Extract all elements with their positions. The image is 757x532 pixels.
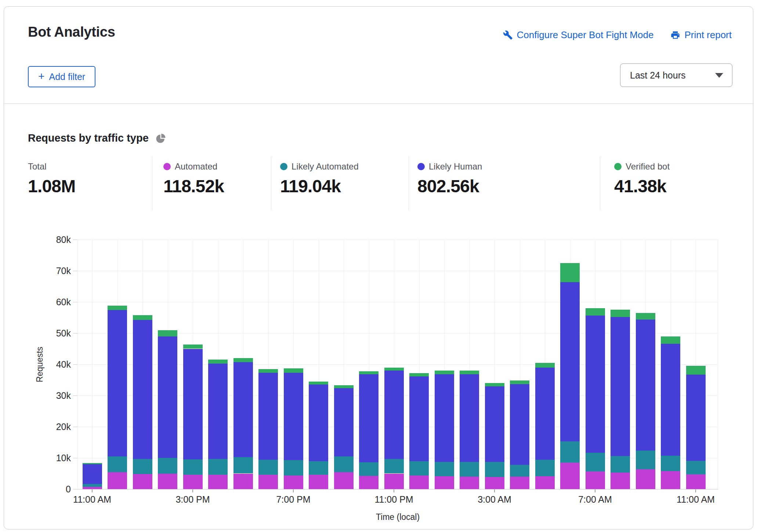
bar-segment-likely-automated bbox=[359, 462, 378, 476]
bar-segment-automated bbox=[586, 471, 605, 489]
x-tick bbox=[293, 489, 294, 492]
bar-segment-verified-bot bbox=[661, 336, 680, 344]
print-link-label: Print report bbox=[684, 29, 732, 41]
bar-segment-likely-human bbox=[460, 374, 479, 462]
bar-segment-automated bbox=[611, 473, 630, 489]
bar-segment-verified-bot bbox=[233, 358, 253, 362]
bar-segment-verified-bot bbox=[485, 383, 504, 386]
gridline-horizontal bbox=[77, 489, 718, 489]
bar-segment-verified-bot bbox=[359, 371, 378, 375]
stat-label: Likely Human bbox=[429, 161, 482, 172]
x-tick-label: 11:00 PM bbox=[374, 494, 413, 505]
stats-separator bbox=[409, 156, 409, 210]
time-range-dropdown[interactable]: Last 24 hours bbox=[620, 63, 732, 87]
bar-segment-likely-human bbox=[636, 320, 655, 451]
bar-segment-likely-automated bbox=[183, 459, 203, 475]
bar-segment-likely-human bbox=[334, 388, 354, 456]
bar-segment-automated bbox=[686, 474, 706, 489]
y-tick-label: 80k bbox=[4, 234, 71, 245]
bar-segment-likely-automated bbox=[83, 484, 102, 487]
header-links: Configure Super Bot Fight Mode Print rep… bbox=[503, 29, 732, 41]
add-filter-label: Add filter bbox=[49, 72, 86, 82]
bar-segment-likely-automated bbox=[485, 462, 504, 477]
bar-segment-likely-automated bbox=[686, 461, 706, 474]
bar-segment-likely-human bbox=[409, 376, 429, 461]
stat-verified-bot: Verified bot 41.38k bbox=[614, 156, 670, 196]
header-divider bbox=[4, 103, 753, 104]
bar-segment-automated bbox=[258, 475, 278, 489]
add-filter-button[interactable]: + Add filter bbox=[28, 66, 95, 87]
print-report-link[interactable]: Print report bbox=[670, 29, 732, 41]
y-tick-label: 10k bbox=[4, 453, 71, 463]
pie-chart-icon bbox=[155, 133, 166, 144]
y-tick bbox=[73, 396, 77, 396]
x-tick bbox=[494, 489, 495, 492]
y-tick bbox=[73, 489, 77, 489]
x-tick bbox=[192, 489, 193, 492]
bar-segment-automated bbox=[133, 474, 152, 489]
bar-segment-likely-human bbox=[359, 374, 378, 462]
bar-segment-automated bbox=[535, 476, 555, 489]
bar-segment-likely-human bbox=[485, 386, 504, 462]
configure-super-bot-fight-mode-link[interactable]: Configure Super Bot Fight Mode bbox=[503, 29, 654, 41]
bar-segment-automated bbox=[158, 474, 177, 489]
likely-automated-legend-dot bbox=[280, 163, 287, 170]
bar-segment-verified-bot bbox=[158, 330, 177, 336]
bar-segment-verified-bot bbox=[686, 366, 706, 375]
bar-segment-verified-bot bbox=[435, 371, 454, 374]
bar-segment-verified-bot bbox=[284, 368, 303, 373]
bar-segment-likely-human bbox=[435, 374, 454, 462]
bar-segment-verified-bot bbox=[586, 308, 605, 316]
bar-segment-likely-human bbox=[83, 464, 102, 484]
stat-automated: Automated 118.52k bbox=[163, 156, 224, 196]
bar-segment-likely-automated bbox=[258, 460, 278, 475]
bar-segment-verified-bot bbox=[560, 263, 580, 283]
y-tick bbox=[73, 458, 77, 458]
stat-value: 41.38k bbox=[614, 176, 670, 196]
y-tick-label: 60k bbox=[4, 297, 71, 307]
gridline-vertical bbox=[718, 240, 718, 489]
bar-segment-likely-human bbox=[611, 317, 630, 456]
x-tick bbox=[394, 489, 394, 492]
bar-segment-automated bbox=[661, 471, 680, 489]
page-title: Bot Analytics bbox=[28, 24, 115, 40]
x-tick bbox=[595, 489, 595, 492]
y-tick bbox=[73, 271, 77, 271]
bot-analytics-card: Bot Analytics Configure Super Bot Fight … bbox=[4, 6, 753, 529]
automated-legend-dot bbox=[163, 163, 171, 170]
bar-segment-likely-automated bbox=[284, 460, 303, 475]
bar-segment-likely-automated bbox=[133, 459, 152, 474]
bar-segment-automated bbox=[334, 472, 354, 489]
bar-segment-verified-bot bbox=[460, 371, 479, 374]
bar-segment-likely-automated bbox=[560, 441, 580, 463]
bar-segment-likely-human bbox=[535, 368, 555, 460]
stat-label: Automated bbox=[175, 161, 217, 172]
bar-segment-verified-bot bbox=[83, 463, 102, 464]
bot-analytics-page: Bot Analytics Configure Super Bot Fight … bbox=[0, 0, 757, 532]
bar-segment-automated bbox=[359, 476, 378, 489]
y-tick-label: 0 bbox=[4, 484, 71, 494]
requests-by-traffic-type-chart bbox=[77, 240, 718, 489]
stat-value: 802.56k bbox=[417, 176, 482, 196]
bar-segment-automated bbox=[460, 477, 479, 489]
bar-segment-likely-automated bbox=[611, 456, 630, 473]
verified-bot-legend-dot bbox=[614, 163, 622, 170]
bar-segment-likely-human bbox=[284, 373, 303, 460]
bar-segment-verified-bot bbox=[636, 313, 655, 320]
section-title: Requests by traffic type bbox=[28, 132, 149, 144]
gridline-horizontal bbox=[77, 240, 718, 240]
bar-segment-likely-automated bbox=[208, 459, 228, 475]
stat-value: 118.52k bbox=[163, 176, 224, 196]
bar-segment-likely-human bbox=[233, 362, 253, 457]
time-range-value: Last 24 hours bbox=[630, 70, 686, 81]
y-tick-label: 30k bbox=[4, 390, 71, 401]
bar-segment-verified-bot bbox=[133, 315, 152, 320]
stat-value: 119.04k bbox=[280, 176, 359, 196]
x-tick bbox=[695, 489, 696, 492]
stat-likely-automated: Likely Automated 119.04k bbox=[280, 156, 359, 196]
bar-segment-likely-human bbox=[158, 336, 177, 458]
bar-segment-automated bbox=[636, 469, 655, 489]
y-tick bbox=[73, 364, 77, 365]
bar-segment-automated bbox=[485, 477, 504, 489]
bar-segment-likely-human bbox=[510, 384, 529, 464]
